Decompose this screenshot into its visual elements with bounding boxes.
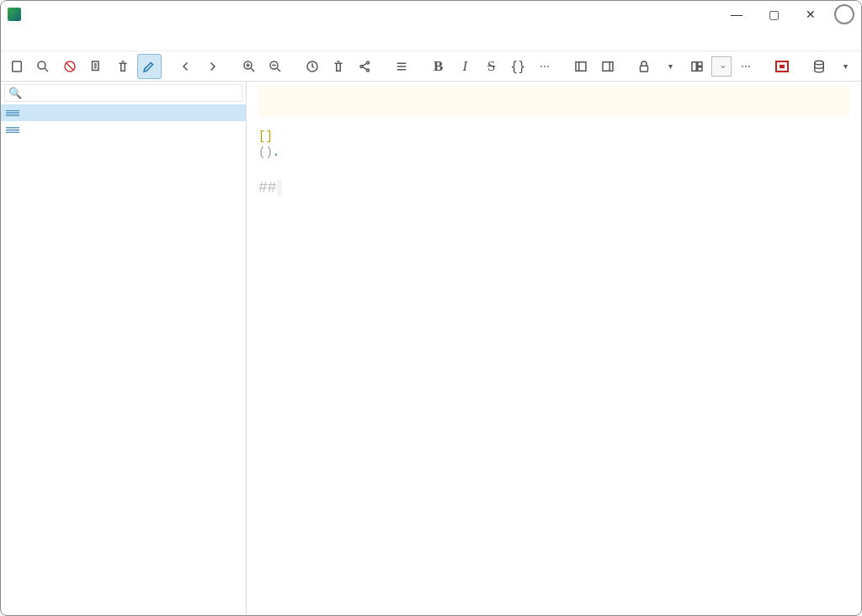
- note-icon: [6, 127, 19, 133]
- forward-button[interactable]: [200, 54, 226, 79]
- zoom-in-button[interactable]: [237, 54, 262, 79]
- svg-rect-27: [603, 61, 613, 71]
- italic-button[interactable]: I: [453, 54, 478, 79]
- menu-edit[interactable]: [23, 37, 36, 42]
- note-item[interactable]: [1, 121, 246, 138]
- svg-rect-0: [13, 61, 22, 72]
- new-note-button[interactable]: [4, 54, 29, 79]
- code-button[interactable]: {}: [506, 54, 531, 79]
- svg-line-21: [363, 66, 367, 69]
- toolbar: B I S {} ⋯ ▾ ⋯ ▾: [1, 51, 861, 82]
- share-button[interactable]: [353, 54, 378, 79]
- menu-todo[interactable]: [53, 37, 67, 42]
- copy-button[interactable]: [84, 54, 109, 79]
- present-icon: [775, 61, 789, 72]
- svg-rect-29: [641, 66, 648, 72]
- menu-help[interactable]: [98, 37, 112, 42]
- bold-button[interactable]: B: [426, 54, 451, 79]
- disable-button[interactable]: [57, 54, 82, 79]
- titlebar: ― ▢ ✕: [1, 1, 861, 28]
- note-icon: [6, 110, 19, 116]
- search-row: 🔍: [4, 84, 242, 102]
- svg-point-18: [366, 61, 369, 64]
- panel-left-button[interactable]: [569, 54, 594, 79]
- svg-rect-25: [576, 61, 586, 71]
- svg-point-33: [815, 61, 824, 65]
- present-button[interactable]: [770, 54, 795, 79]
- sidebar: 🔍: [1, 82, 247, 615]
- database-dropdown-button[interactable]: ▾: [833, 54, 859, 79]
- maximize-button[interactable]: ▢: [755, 3, 792, 26]
- minimize-button[interactable]: ―: [718, 3, 755, 26]
- list-button[interactable]: [390, 54, 415, 79]
- edit-button[interactable]: [137, 54, 162, 79]
- svg-rect-30: [692, 61, 696, 71]
- more-format-button[interactable]: ⋯: [532, 54, 557, 79]
- svg-point-1: [38, 61, 45, 69]
- panel-right-button[interactable]: [595, 54, 620, 79]
- menu-window[interactable]: [83, 37, 97, 42]
- trash-button[interactable]: [327, 54, 352, 79]
- history-button[interactable]: [300, 54, 325, 79]
- svg-line-2: [45, 68, 49, 72]
- close-button[interactable]: ✕: [792, 3, 829, 26]
- database-button[interactable]: [806, 54, 832, 79]
- app-icon: [8, 8, 21, 21]
- doc-title-block: [258, 87, 849, 117]
- menu-tags[interactable]: [38, 37, 51, 42]
- search-button[interactable]: [31, 54, 56, 79]
- svg-line-10: [251, 68, 254, 72]
- zoom-out-button[interactable]: [263, 54, 289, 79]
- svg-line-20: [363, 63, 367, 66]
- doc-title: [260, 90, 265, 113]
- intro-text: [] ().: [258, 129, 849, 161]
- main-area: 🔍 [] (). ##: [1, 82, 861, 615]
- menu-script[interactable]: [68, 37, 82, 42]
- editor[interactable]: [] (). ##: [247, 82, 861, 615]
- layout-button[interactable]: [685, 54, 710, 79]
- app-logo: [834, 4, 854, 24]
- svg-rect-31: [698, 61, 702, 66]
- lock-dropdown-button[interactable]: ▾: [658, 54, 684, 79]
- svg-point-19: [366, 69, 369, 72]
- back-button[interactable]: [173, 54, 199, 79]
- svg-rect-32: [698, 66, 702, 71]
- section-headers-label: [277, 179, 282, 196]
- svg-line-4: [66, 62, 73, 70]
- lock-button[interactable]: [632, 54, 657, 79]
- search-input[interactable]: [24, 87, 240, 99]
- svg-line-14: [278, 68, 281, 72]
- section-headers: ##: [258, 178, 849, 198]
- workspace-more-button[interactable]: ⋯: [733, 54, 758, 79]
- delete-button[interactable]: [110, 54, 136, 79]
- menubar: [1, 28, 861, 51]
- strike-button[interactable]: S: [479, 54, 504, 79]
- note-item[interactable]: [1, 104, 246, 121]
- note-list: [1, 104, 246, 615]
- svg-point-17: [360, 65, 363, 67]
- workspace-select[interactable]: [711, 56, 732, 77]
- menu-notes[interactable]: [8, 37, 21, 42]
- search-icon: 🔍: [7, 87, 24, 99]
